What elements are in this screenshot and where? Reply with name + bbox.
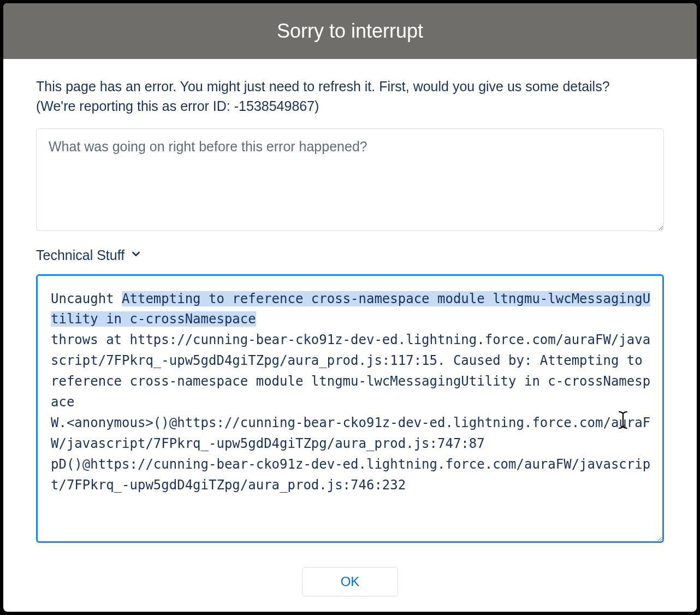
dialog-footer: OK [3,554,697,612]
prompt-line1: This page has an error. You might just n… [36,79,610,94]
stack-trace-box[interactable]: Uncaught Attempting to reference cross-n… [36,274,664,543]
stack-highlight: Attempting to reference cross-namespace … [51,291,650,327]
prompt-line2: (We're reporting this as error ID: -1538… [36,98,319,114]
error-dialog: Sorry to interrupt This page has an erro… [3,3,697,612]
dialog-header: Sorry to interrupt [3,3,697,59]
technical-stuff-toggle[interactable]: Technical Stuff [36,247,664,263]
dialog-title: Sorry to interrupt [277,20,423,43]
chevron-down-icon [130,247,142,263]
resize-handle-icon [652,531,661,540]
stack-prefix: Uncaught [51,291,122,306]
prompt-text: This page has an error. You might just n… [36,76,664,116]
ok-button[interactable]: OK [302,567,399,596]
technical-stuff-label: Technical Stuff [36,247,124,263]
details-textarea[interactable] [36,128,664,231]
stack-rest: throws at https://cunning-bear-cko91z-de… [51,332,650,492]
dialog-body: This page has an error. You might just n… [3,59,697,554]
